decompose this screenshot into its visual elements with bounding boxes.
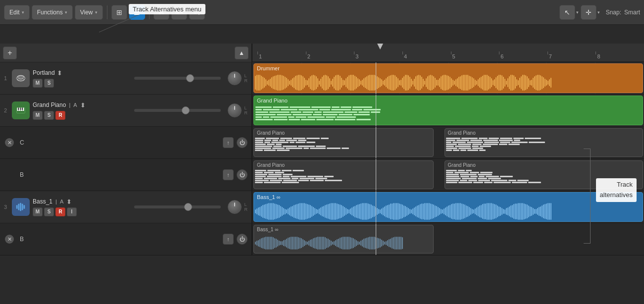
view-menu-button[interactable]: View ▾ (75, 5, 103, 20)
track-name-drummer: Portland (33, 69, 55, 76)
region-drummer[interactable]: Drummer (253, 63, 643, 93)
waveform-bars-drummer (254, 73, 643, 93)
track-name-row-piano: Grand Piano | A ⬍ (33, 101, 127, 109)
edit-label: Edit (9, 9, 20, 16)
alt-name-bass-b: B (20, 236, 220, 243)
track-icon-bass (12, 198, 30, 216)
track-row-drummer: 1 Portland ⬍ M S (0, 62, 644, 95)
track-controls-drummer: M S (33, 79, 127, 88)
alt-row-bass-b: ✕ B ↑ ⏻ Bass_1 ∞ (0, 223, 644, 255)
crosshair-tool-button[interactable]: ✛ (581, 5, 596, 20)
grid-view-button[interactable]: ⊞ (111, 5, 127, 20)
region-piano-b-1[interactable]: Grand Piano (253, 160, 434, 189)
view-label: View (80, 9, 93, 16)
divider-2 (149, 5, 149, 19)
track-knob-piano[interactable] (228, 103, 242, 117)
edit-menu-button[interactable]: Edit ▾ (4, 5, 30, 20)
alt-up-btn-bass-b[interactable]: ↑ (223, 234, 234, 245)
track-fader-piano[interactable] (134, 109, 221, 112)
region-waveform-piano (254, 105, 643, 125)
region-label-piano-b-2: Grand Piano (448, 162, 476, 168)
alt-up-btn-piano-b[interactable]: ↑ (223, 169, 234, 180)
ruler-mark-8: 8 (595, 53, 644, 59)
region-piano[interactable]: Grand Piano (253, 96, 643, 125)
fader-area-piano (130, 109, 225, 112)
list-view-button[interactable]: ☰ (129, 5, 145, 20)
region-piano-c-1[interactable]: Grand Piano (253, 128, 434, 157)
alt-power-btn-piano-b[interactable]: ⏻ (237, 169, 248, 180)
solo-btn-bass[interactable]: S (44, 207, 54, 216)
marquee-tool-button[interactable]: ⊳| (189, 5, 205, 20)
waveform-bars-bass (254, 202, 643, 221)
region-label-piano-c-1: Grand Piano (257, 130, 285, 136)
ruler-mark-1: 1 (257, 53, 306, 59)
track-fader-bass[interactable] (134, 205, 221, 208)
ruler-mark-4: 4 (402, 53, 451, 59)
track-controls-piano: M S R (33, 111, 127, 120)
timeline-content-bass[interactable]: Bass_1 ∞ (252, 191, 644, 223)
divider-1 (107, 5, 107, 19)
track-name-piano: Grand Piano (33, 101, 66, 108)
timeline-content-piano-b[interactable]: Grand Piano Grand Piano (252, 159, 644, 191)
alt-up-btn-piano-c[interactable]: ↑ (223, 137, 234, 148)
collapse-button[interactable]: ▲ (235, 47, 248, 59)
svg-rect-11 (22, 108, 23, 110)
timeline-content-bass-b[interactable]: Bass_1 ∞ (252, 223, 644, 255)
pointer-tool-button[interactable]: ↖ (559, 5, 575, 20)
functions-menu-button[interactable]: Functions ▾ (32, 5, 73, 20)
cursor-group-2: ✛ ▾ (581, 5, 600, 20)
add-track-button[interactable]: + (3, 47, 17, 59)
record-btn-piano[interactable]: R (55, 111, 65, 120)
timeline-ruler: 1 2 3 4 5 6 7 8 (252, 44, 644, 62)
functions-chevron-icon: ▾ (65, 10, 67, 15)
mute-btn-drummer[interactable]: M (33, 79, 43, 88)
region-waveform-bass (254, 202, 643, 221)
track-name-row-bass: Bass_1 | A ⬍ (33, 198, 127, 205)
midi-tool-button[interactable]: ⌘ (153, 5, 169, 20)
track-fader-drummer[interactable] (134, 77, 221, 80)
region-label-drummer: Drummer (257, 65, 280, 71)
region-label-piano-c-2: Grand Piano (448, 130, 476, 136)
snap-value[interactable]: Smart (624, 9, 640, 16)
solo-btn-drummer[interactable]: S (44, 79, 54, 88)
track-number-3: 3 (2, 204, 9, 210)
mute-btn-bass[interactable]: M (33, 207, 43, 216)
timeline-content-piano[interactable]: Grand Piano (252, 95, 644, 126)
region-piano-b-2[interactable]: Grand Piano (445, 160, 643, 189)
svg-rect-15 (22, 204, 23, 210)
alt-arrow-bass[interactable]: ⬍ (66, 198, 72, 205)
svg-rect-10 (20, 108, 21, 110)
region-piano-c-2[interactable]: Grand Piano (445, 128, 643, 157)
alt-arrow-piano[interactable]: ⬍ (80, 101, 86, 109)
solo-btn-piano[interactable]: S (44, 111, 54, 120)
input-btn-bass[interactable]: I (67, 207, 77, 216)
tracks-container: + ▲ 1 2 3 4 5 6 7 8 1 (0, 44, 644, 304)
functions-label: Functions (37, 9, 63, 16)
alt-arrow-drummer[interactable]: ⬍ (57, 69, 62, 77)
alt-close-piano-c[interactable]: ✕ (5, 138, 14, 147)
playhead-ruler (377, 44, 383, 50)
grid-line (252, 62, 253, 94)
track-knob-drummer[interactable] (228, 71, 242, 85)
alt-name-piano-b: B (20, 171, 220, 178)
alt-actions-piano-c: ↑ ⏻ (223, 137, 248, 148)
flex-tool-button[interactable]: ⊞✕ (171, 5, 187, 20)
timeline-content-piano-c[interactable]: Grand Piano Grand Piano (252, 127, 644, 158)
mute-btn-piano[interactable]: M (33, 111, 43, 120)
track-icon-piano (12, 101, 30, 119)
lr-label-drummer: LR (245, 73, 248, 83)
toolbar-right: ↖ ▾ ✛ ▾ Snap: Smart (559, 5, 640, 20)
alt-close-bass-b[interactable]: ✕ (5, 235, 14, 244)
alt-power-btn-piano-c[interactable]: ⏻ (237, 137, 248, 148)
ruler-mark-2: 2 (306, 53, 354, 59)
track-knob-bass[interactable] (228, 200, 242, 214)
alt-power-btn-bass-b[interactable]: ⏻ (237, 234, 248, 245)
alt-actions-piano-b: ↑ ⏻ (223, 169, 248, 180)
region-bass-b[interactable]: Bass_1 ∞ (253, 225, 434, 253)
alt-id-piano: A (73, 102, 77, 108)
record-btn-bass[interactable]: R (55, 207, 65, 216)
alt-header-piano-c: ✕ C ↑ ⏻ (0, 127, 252, 158)
timeline-content-drummer[interactable]: Drummer (252, 62, 644, 94)
region-bass[interactable]: Bass_1 ∞ (253, 192, 643, 222)
view-chevron-icon: ▾ (95, 10, 98, 15)
